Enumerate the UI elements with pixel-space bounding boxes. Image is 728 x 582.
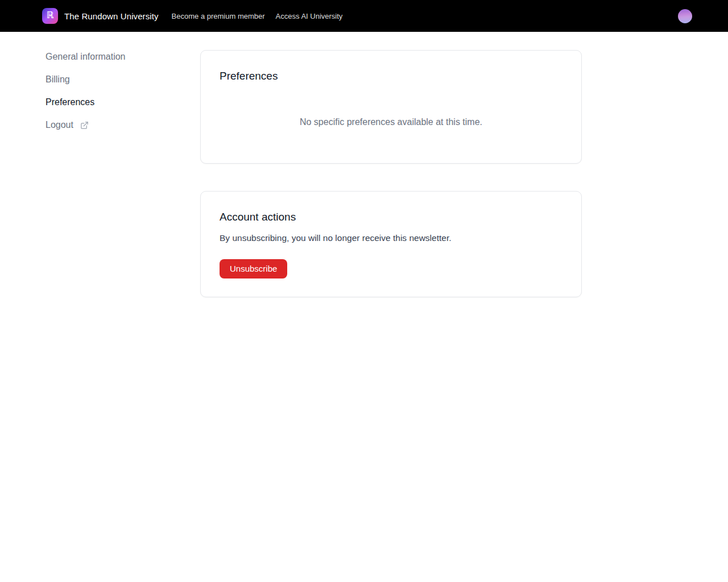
logo-glyph: ℝ [47, 11, 54, 20]
unsubscribe-button[interactable]: Unsubscribe [220, 259, 287, 279]
sidebar-item-billing[interactable]: Billing [46, 68, 182, 91]
rundown-logo-icon: ℝ [42, 8, 58, 24]
sidebar-item-label: Logout [46, 120, 73, 130]
sidebar-item-general-information[interactable]: General information [46, 45, 182, 68]
sidebar-item-preferences[interactable]: Preferences [46, 91, 182, 114]
navbar-links: Become a premium member Access AI Univer… [172, 12, 343, 20]
brand[interactable]: ℝ The Rundown University [42, 8, 159, 24]
sidebar-item-logout[interactable]: Logout [46, 114, 182, 136]
user-avatar[interactable] [678, 9, 692, 23]
preferences-card-title: Preferences [220, 69, 562, 84]
preferences-card: Preferences No specific preferences avai… [200, 50, 582, 164]
preferences-empty-message: No specific preferences available at thi… [220, 117, 562, 128]
account-actions-title: Account actions [220, 210, 562, 225]
nav-link-premium[interactable]: Become a premium member [172, 12, 265, 20]
nav-link-ai-university[interactable]: Access AI University [276, 12, 343, 20]
account-actions-card: Account actions By unsubscribing, you wi… [200, 191, 582, 297]
page-layout: General information Billing Preferences … [0, 32, 728, 297]
main-content: Preferences No specific preferences avai… [200, 45, 582, 297]
top-navbar: ℝ The Rundown University Become a premiu… [0, 0, 728, 32]
external-link-icon [80, 121, 89, 130]
sidebar: General information Billing Preferences … [46, 45, 182, 297]
unsubscribe-description: By unsubscribing, you will no longer rec… [220, 232, 562, 244]
brand-title: The Rundown University [64, 11, 159, 21]
